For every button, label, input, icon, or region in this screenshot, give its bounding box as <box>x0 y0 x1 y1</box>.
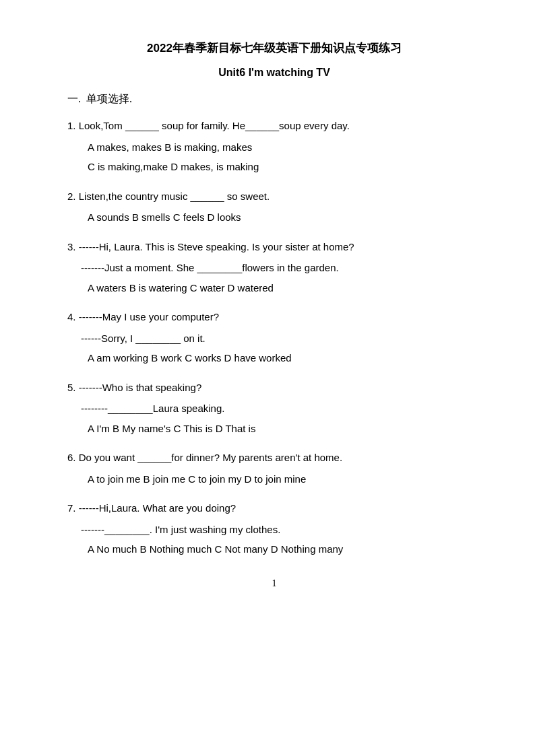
page-title: 2022年春季新目标七年级英语下册知识点专项练习 <box>67 40 481 56</box>
section-number: 一. <box>67 92 81 106</box>
question-block-4: 4. -------May I use your computer? -----… <box>67 308 481 367</box>
section-label: 单项选择. <box>86 92 132 106</box>
question-7-text: 7. ------Hi,Laura. What are you doing? <box>67 500 481 517</box>
question-3-text: 3. ------Hi, Laura. This is Steve speaki… <box>67 238 481 256</box>
question-4-text: 4. -------May I use your computer? <box>67 308 481 326</box>
question-5-text: 5. -------Who is that speaking? <box>67 379 481 397</box>
question-6-options-1: A to join me B join me C to join my D to… <box>67 471 481 488</box>
question-block-1: 1. Look,Tom ______ soup for family. He__… <box>67 117 481 176</box>
question-1-text: 1. Look,Tom ______ soup for family. He__… <box>67 117 481 135</box>
unit-title: Unit6 I'm watching TV <box>67 67 481 79</box>
question-6-text: 6. Do you want ______for dinner? My pare… <box>67 449 481 467</box>
section-header: 一. 单项选择. <box>67 92 481 106</box>
question-block-6: 6. Do you want ______for dinner? My pare… <box>67 449 481 487</box>
question-2-text: 2. Listen,the country music ______ so sw… <box>67 188 481 205</box>
question-3-subtext: -------Just a moment. She ________flower… <box>67 259 481 277</box>
question-5-options-1: A I'm B My name's C This is D That is <box>67 420 481 438</box>
question-4-options-1: A am working B work C works D have worke… <box>67 349 481 367</box>
question-block-7: 7. ------Hi,Laura. What are you doing? -… <box>67 500 481 558</box>
questions-container: 1. Look,Tom ______ soup for family. He__… <box>67 117 481 558</box>
question-block-3: 3. ------Hi, Laura. This is Steve speaki… <box>67 238 481 297</box>
question-1-options-1: A makes, makes B is making, makes <box>67 139 481 156</box>
question-block-2: 2. Listen,the country music ______ so sw… <box>67 188 481 226</box>
question-1-options-2: C is making,make D makes, is making <box>67 158 481 176</box>
question-2-options-1: A sounds B smells C feels D looks <box>67 209 481 226</box>
question-3-options-1: A waters B is watering C water D watered <box>67 279 481 297</box>
question-block-5: 5. -------Who is that speaking? --------… <box>67 379 481 438</box>
question-7-subtext: -------________. I'm just washing my clo… <box>67 521 481 539</box>
question-5-subtext: --------________Laura speaking. <box>67 400 481 417</box>
page-number: 1 <box>67 578 481 589</box>
question-4-subtext: ------Sorry, I ________ on it. <box>67 330 481 347</box>
question-7-options-1: A No much B Nothing much C Not many D No… <box>67 541 481 558</box>
